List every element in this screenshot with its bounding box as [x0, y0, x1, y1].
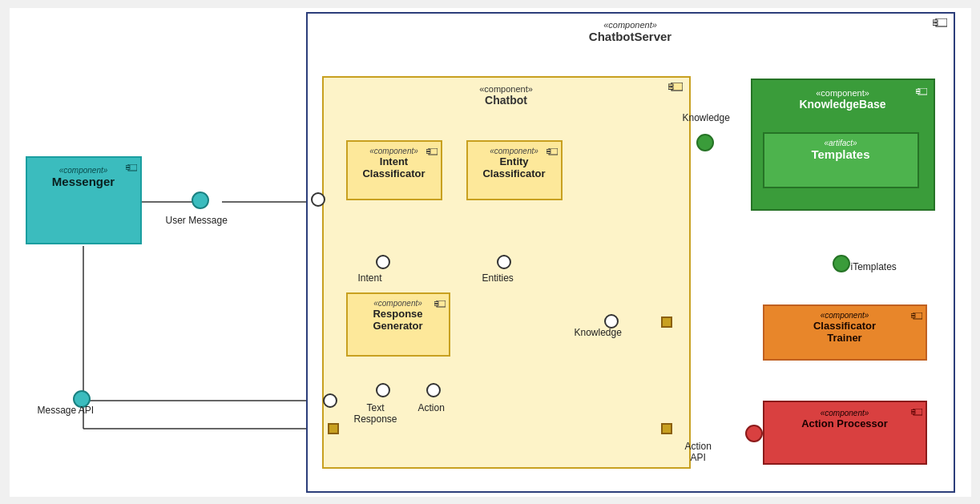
templates-name: Templates: [769, 147, 913, 161]
chatbot-server-label: «component» ChatbotServer: [589, 20, 671, 43]
templates-stereotype: «artifact»: [769, 139, 913, 147]
assembly-connector-knowledge: [661, 317, 672, 328]
assembly-connector-left: [328, 423, 339, 434]
response-generator-box: «component» ResponseGenerator: [346, 292, 450, 357]
knowledge-base-stereotype: «component»: [799, 88, 885, 98]
svg-rect-39: [434, 301, 438, 303]
knowledge-top-label: Knowledge: [683, 112, 730, 123]
intent-classificator-icon: [426, 145, 438, 159]
assembly-connector-right: [661, 423, 672, 434]
svg-rect-27: [933, 20, 938, 22]
action-processor-stereotype: «component»: [768, 409, 922, 417]
svg-rect-48: [911, 313, 915, 315]
text-response-required-interface: [376, 383, 390, 397]
knowledge-base-name: KnowledgeBase: [799, 98, 885, 111]
entity-classificator-icon: [546, 145, 558, 159]
intent-classificator-box: «component» IntentClassificator: [346, 140, 442, 200]
text-response-label: TextResponse: [354, 402, 397, 425]
classificator-trainer-box: «component» ClassificatorTrainer: [763, 304, 927, 361]
svg-rect-30: [668, 84, 673, 87]
response-generator-name: ResponseGenerator: [354, 308, 442, 333]
messenger-icon: [126, 161, 137, 175]
itemplates-provided-interface: [833, 255, 850, 272]
svg-rect-36: [546, 149, 550, 151]
knowledge-provided-interface: [696, 134, 714, 151]
entities-label: Entities: [482, 272, 514, 284]
diagram-root: «component» ChatbotServer «component» Ch…: [10, 8, 971, 497]
intent-classificator-name: IntentClassificator: [354, 155, 434, 180]
svg-rect-37: [546, 151, 550, 153]
action-required-interface: [426, 383, 441, 397]
svg-rect-45: [916, 89, 920, 91]
svg-rect-28: [933, 23, 938, 26]
action-processor-box: «component» Action Processor: [763, 401, 927, 465]
intent-required-interface: [376, 255, 390, 269]
messenger-stereotype: «component»: [34, 166, 134, 175]
chatbot-component-icon: [668, 83, 683, 97]
chatbot-label: «component» Chatbot: [479, 84, 533, 107]
classificator-trainer-stereotype: «component»: [768, 311, 922, 320]
action-processor-name: Action Processor: [768, 417, 922, 429]
svg-rect-40: [434, 304, 438, 305]
entities-required-interface: [497, 255, 511, 269]
entities-label-text: Entities: [482, 272, 514, 284]
svg-rect-52: [911, 412, 915, 413]
chatbot-stereotype: «component»: [479, 84, 533, 94]
chatbot-server-component-icon: [933, 18, 947, 30]
chatbot-message-api-required: [323, 393, 337, 408]
text-response-label-text: TextResponse: [354, 402, 397, 425]
action-processor-icon: [911, 405, 922, 420]
chatbot-name: Chatbot: [479, 94, 533, 107]
action-api-label: ActionAPI: [685, 441, 712, 463]
response-generator-stereotype: «component»: [354, 299, 442, 308]
knowledge-right-label-text: Knowledge: [575, 327, 622, 338]
chatbot-server-stereotype: «component»: [589, 20, 671, 30]
action-label-text: Action: [418, 402, 445, 413]
messenger-box: «component» Messenger: [26, 156, 142, 244]
svg-rect-42: [126, 165, 130, 167]
itemplates-label: iTemplates: [851, 261, 897, 272]
itemplates-label-text: iTemplates: [851, 261, 897, 272]
response-generator-icon: [434, 297, 446, 312]
entity-classificator-stereotype: «component»: [474, 147, 555, 155]
knowledge-base-label: «component» KnowledgeBase: [799, 88, 885, 111]
svg-rect-34: [426, 151, 430, 153]
svg-rect-31: [668, 87, 673, 90]
chatbot-server-name: ChatbotServer: [589, 30, 671, 43]
action-api-label-text: ActionAPI: [685, 441, 712, 463]
classificator-trainer-name: ClassificatorTrainer: [768, 320, 922, 345]
action-label: Action: [418, 402, 445, 413]
entity-classificator-box: «component» EntityClassificator: [466, 140, 563, 200]
svg-rect-46: [916, 91, 920, 93]
knowledge-right-label: Knowledge: [575, 327, 622, 338]
svg-rect-51: [911, 409, 915, 411]
knowledge-top-label-text: Knowledge: [683, 112, 730, 123]
svg-rect-49: [911, 316, 915, 317]
chatbot-required-interface: [311, 192, 325, 207]
intent-classificator-stereotype: «component»: [354, 147, 434, 155]
templates-box: «artifact» Templates: [763, 132, 919, 188]
user-message-label: User Message: [166, 215, 228, 226]
message-api-label: Message API: [38, 405, 95, 416]
svg-rect-33: [426, 149, 430, 151]
knowledge-base-icon: [916, 85, 927, 99]
action-api-provided-interface: [745, 425, 763, 442]
entity-classificator-name: EntityClassificator: [474, 155, 555, 180]
intent-label-text: Intent: [358, 272, 382, 284]
user-message-provided-interface: [192, 192, 209, 209]
messenger-name: Messenger: [34, 175, 134, 188]
intent-label: Intent: [358, 272, 382, 284]
classificator-trainer-icon: [911, 309, 922, 324]
svg-rect-43: [126, 167, 130, 169]
